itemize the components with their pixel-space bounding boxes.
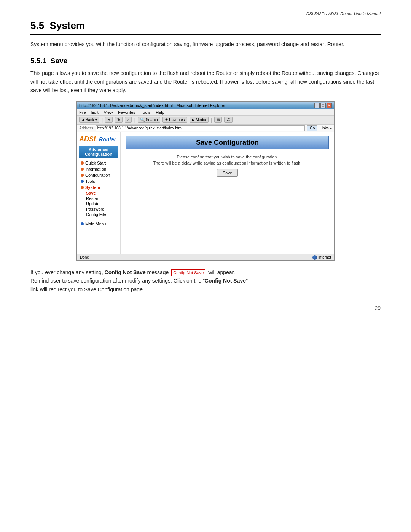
section-title: 5.5 System [30,20,381,35]
nav-tools[interactable]: Tools [79,178,118,184]
browser-titlebar: http://192.168.1.1/advanced/quick_start/… [77,102,334,109]
nav-label-mainmenu: Main Menu [85,222,106,226]
nav-label-system: System [85,185,100,190]
logo-router: Router [99,136,116,142]
menu-favorites[interactable]: Favorites [118,110,135,115]
manual-title: DSL542EU ADSL Router User's Manual [30,11,381,16]
nav-label-quickstart: Quick Start [85,161,106,165]
config-not-save-badge: Config Not Save [171,269,206,277]
globe-icon [312,255,317,260]
bottom-text-part1: If you ever change any setting, [30,269,105,275]
nav-sub-configfile[interactable]: Config File [86,212,118,217]
browser-addressbar: Address Go Links » [77,125,334,132]
bottom-bold-text: Config Not Save [105,269,146,275]
nav-label-tools: Tools [85,179,95,184]
go-button[interactable]: Go [307,125,317,131]
browser-menubar: File Edit View Favorites Tools Help [77,109,334,116]
nav-bullet-tools [81,180,84,183]
browser-toolbar: ◀ Back ▾ | ✕ ↻ ⌂ | 🔍 Search ★ Favorites … [77,116,334,125]
page-number: 29 [30,305,381,311]
browser-controls: _ □ ✕ [314,103,332,108]
close-button[interactable]: ✕ [327,103,332,108]
address-label: Address [79,126,93,130]
bottom-text-part2: message [146,269,170,275]
subsection-intro: This page allows you to save the new con… [30,69,381,94]
mail-button[interactable]: ✉ [214,117,222,123]
nav-sub-restart[interactable]: Restart [86,196,118,201]
back-button[interactable]: ◀ Back ▾ [79,117,99,123]
page-title: Save Configuration [126,136,329,149]
browser-window: http://192.168.1.1/advanced/quick_start/… [76,101,335,261]
nav-bullet-system [81,186,84,189]
menu-edit[interactable]: Edit [91,110,99,115]
menu-help[interactable]: Help [156,110,164,115]
toolbar-separator: | [102,117,103,123]
minimize-button[interactable]: _ [314,103,320,108]
main-content-area: Save Configuration Please confirm that y… [121,132,334,254]
sidebar-section-label: AdvancedConfiguration [79,146,118,158]
stop-button[interactable]: ✕ [105,117,113,123]
nav-system[interactable]: System [79,184,118,190]
nav-sub-save[interactable]: Save [86,190,118,196]
bottom-text: If you ever change any setting, Config N… [30,268,381,294]
nav-bullet-configuration [81,174,84,177]
nav-quick-start[interactable]: Quick Start [79,160,118,166]
refresh-button[interactable]: ↻ [115,117,123,123]
toolbar-separator3: | [211,117,212,123]
browser-statusbar: Done Internet [77,254,334,260]
toolbar-separator2: | [134,117,135,123]
nav-bullet-information [81,168,84,171]
save-configuration-button[interactable]: Save [217,169,238,177]
confirm-text: Please confirm that you wish to save the… [126,155,329,159]
nav-subitems: Save Restart Update Password Config File [79,190,118,217]
delay-text: There will be a delay while saving as co… [126,161,329,165]
address-input[interactable] [96,125,305,131]
nav-bullet-mainmenu [81,222,84,225]
nav-label-information: Information [85,167,106,171]
internet-label: Internet [318,255,331,259]
maximize-button[interactable]: □ [320,103,326,108]
favorites-button[interactable]: ★ Favorites [162,117,187,123]
media-button[interactable]: ▶ Media [190,117,209,123]
menu-view[interactable]: View [104,110,113,115]
browser-body: ADSL Router AdvancedConfiguration Quick … [77,132,334,254]
nav-configuration[interactable]: Configuration [79,172,118,178]
links-label: Links » [320,126,332,130]
browser-title: http://192.168.1.1/advanced/quick_start/… [79,103,226,108]
print-button[interactable]: 🖨 [224,117,233,123]
home-button[interactable]: ⌂ [125,117,132,123]
subsection-title: 5.5.1 Save [30,57,381,65]
logo-adsl: ADSL [79,135,98,143]
nav-main-menu[interactable]: Main Menu [79,221,118,227]
internet-badge: Internet [312,255,331,260]
menu-tools[interactable]: Tools [141,110,151,115]
nav-sub-password[interactable]: Password [86,206,118,212]
nav-information[interactable]: Information [79,166,118,172]
bottom-bold-text2: Config Not Save [205,278,246,284]
status-done: Done [80,255,89,259]
router-sidebar: ADSL Router AdvancedConfiguration Quick … [77,132,121,254]
nav-label-configuration: Configuration [85,173,110,177]
menu-file[interactable]: File [79,110,86,115]
section-intro: System menu provides you with the functi… [30,40,381,48]
nav-bullet-quickstart [81,161,84,165]
router-logo: ADSL Router [79,135,118,143]
search-button[interactable]: 🔍 Search [138,117,160,123]
nav-sub-update[interactable]: Update [86,201,118,206]
